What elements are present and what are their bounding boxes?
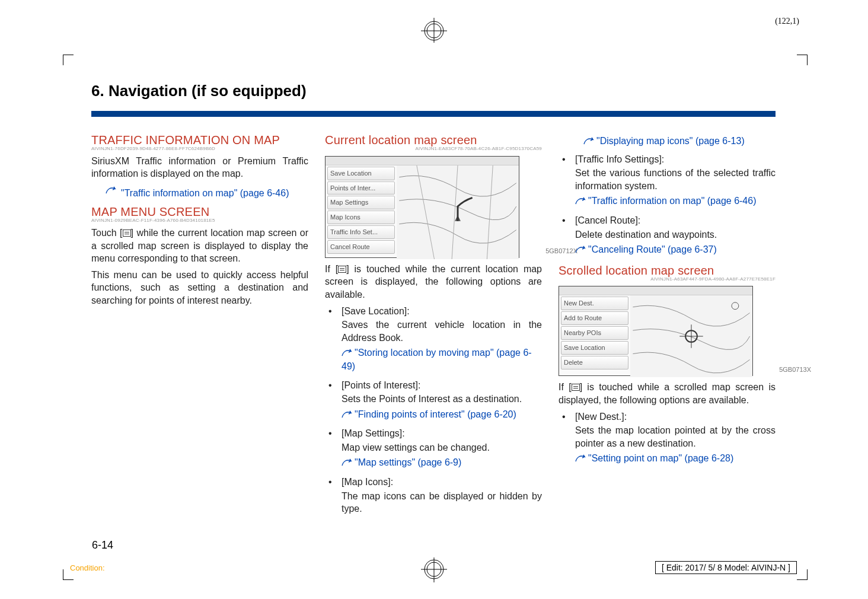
column-1: TRAFFIC INFORMATION ON MAP AIVINJN1-76DF… [91, 132, 308, 521]
title-rule [91, 111, 776, 117]
diagram-menu-item: Map Icons [327, 211, 395, 224]
pointer-icon [106, 184, 119, 197]
page-content: 6. Navigation (if so equipped) TRAFFIC I… [91, 82, 776, 521]
list-item: [Map Icons]: The map icons can be displa… [325, 476, 542, 515]
pointer-icon [342, 347, 355, 360]
option-list-top: [Traffic Info Settings]: Set the various… [559, 153, 776, 257]
ref-traffic-info-on-map: "Traffic information on map" (page 6-46) [106, 184, 308, 199]
para-traffic-info: SiriusXM Traffic information or Premium … [91, 155, 308, 180]
para-scrolled-options: If [] is touched while a scrolled map sc… [559, 381, 776, 406]
diagram-menu-list: Save Location Points of Inter... Map Set… [326, 165, 397, 259]
code-map-menu: AIVINJN1-0929BEAC-F11F-4396-A760-B4D3410… [91, 218, 308, 224]
pointer-icon [342, 457, 355, 470]
section-title: 6. Navigation (if so equipped) [91, 82, 776, 100]
pointer-icon [575, 453, 588, 466]
condition-label: Condition: [70, 563, 105, 572]
diagram-menu-item: Nearby POIs [561, 326, 628, 340]
pointer-icon [575, 195, 588, 208]
list-item: [Points of Interest]: Sets the Points of… [325, 379, 542, 422]
diagram-menu-item: Save Location [561, 341, 628, 355]
diagram-scrolled-location: New Dest. Add to Route Nearby POIs Save … [559, 286, 753, 376]
diagram-map-panel [630, 295, 752, 377]
registration-mark-top [416, 7, 452, 43]
menu-icon [338, 266, 346, 273]
diagram-menu-item: Delete [561, 356, 628, 369]
column-2: Current location map screen AIVINJN1-EA8… [325, 132, 542, 521]
pointer-icon [575, 244, 588, 257]
diagram-menu-item: Points of Inter... [327, 181, 395, 195]
page-number: 6-14 [92, 539, 113, 552]
diagram-menu-item: Add to Route [561, 311, 628, 325]
diagram-current-location: Save Location Points of Inter... Map Set… [325, 156, 519, 258]
diagram-menu-item: Cancel Route [327, 240, 395, 254]
list-item: [Map Settings]: Map view settings can be… [325, 427, 542, 470]
diagram-label: 5GB0713X [779, 365, 811, 374]
edit-stamp: [ Edit: 2017/ 5/ 8 Model: AIVINJ-N ] [655, 561, 797, 574]
para-current-options: If [] is touched while the current locat… [325, 263, 542, 301]
list-item: [New Dest.]: Sets the map location point… [559, 410, 776, 466]
pointer-icon [342, 409, 355, 422]
option-list-scrolled: [New Dest.]: Sets the map location point… [559, 410, 776, 466]
menu-icon [123, 230, 131, 237]
list-item: [Save Location]: Saves the current vehic… [325, 305, 542, 373]
column-3: "Displaying map icons" (page 6-13) [Traf… [559, 132, 776, 521]
menu-icon [572, 384, 580, 391]
page-annotation: (122,1) [775, 17, 799, 26]
diagram-menu-item: Traffic Info Set... [327, 225, 395, 239]
diagram-map-panel [397, 165, 519, 259]
pointer-icon [583, 135, 596, 148]
list-item: [Cancel Route]: Delete destination and w… [559, 214, 776, 257]
list-item: [Traffic Info Settings]: Set the various… [559, 153, 776, 208]
para-map-menu-usage: This menu can be used to quickly access … [91, 269, 308, 307]
diagram-menu-item: Map Settings [327, 196, 395, 209]
diagram-menu-item: Save Location [327, 167, 395, 180]
svg-point-12 [732, 302, 739, 310]
diagram-menu-item: New Dest. [561, 297, 628, 310]
option-list-current: [Save Location]: Saves the current vehic… [325, 305, 542, 515]
para-map-menu-touch: Touch [] while the current location map … [91, 227, 308, 265]
diagram-menu-list: New Dest. Add to Route Nearby POIs Save … [559, 295, 630, 377]
